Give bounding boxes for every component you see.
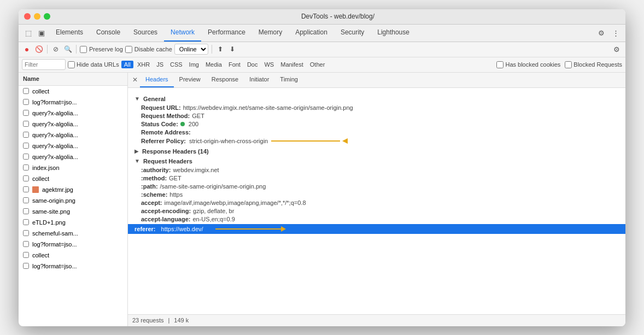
- close-detail-button[interactable]: ✕: [130, 75, 140, 85]
- clear-button[interactable]: 🚫: [34, 44, 44, 54]
- filter-type-manifest[interactable]: Manifest: [278, 61, 306, 68]
- tab-lighthouse[interactable]: Lighthouse: [371, 24, 416, 42]
- list-item[interactable]: agektmr.jpg: [19, 184, 127, 195]
- tab-sources[interactable]: Sources: [127, 24, 164, 42]
- accept-key: accept:: [141, 199, 162, 206]
- tab-timing[interactable]: Timing: [274, 73, 303, 88]
- filter-input[interactable]: [25, 61, 57, 68]
- list-item[interactable]: eTLD+1.png: [19, 217, 127, 228]
- item-checkbox[interactable]: [23, 208, 29, 214]
- item-checkbox[interactable]: [23, 230, 29, 236]
- tab-application[interactable]: Application: [289, 24, 334, 42]
- list-item[interactable]: query?x-algolia...: [19, 130, 127, 140]
- settings-icon[interactable]: ⚙: [596, 27, 607, 38]
- tab-performance[interactable]: Performance: [201, 24, 252, 42]
- item-checkbox[interactable]: [23, 263, 29, 269]
- has-blocked-cookies-input[interactable]: [496, 61, 504, 68]
- export-icon[interactable]: ⬇: [227, 44, 237, 54]
- referrer-policy-row: Referrer Policy: strict-origin-when-cros…: [141, 137, 619, 145]
- item-checkbox[interactable]: [23, 186, 29, 192]
- network-settings-icon[interactable]: ⚙: [611, 44, 622, 55]
- blocked-requests-input[interactable]: [565, 61, 572, 68]
- response-headers-section-header[interactable]: ▶ Response Headers (14): [134, 148, 619, 155]
- more-icon[interactable]: ⋮: [610, 27, 621, 38]
- item-checkbox[interactable]: [23, 99, 29, 105]
- scheme-row: :scheme: https: [141, 191, 619, 198]
- item-checkbox[interactable]: [23, 197, 29, 203]
- accept-val: image/avif,image/webp,image/apng,image/*…: [165, 199, 306, 206]
- tab-preview[interactable]: Preview: [174, 73, 206, 88]
- list-item[interactable]: schemeful-sam...: [19, 228, 127, 239]
- disable-cache-checkbox[interactable]: Disable cache: [125, 46, 172, 53]
- list-item[interactable]: query?x-algolia...: [19, 151, 127, 162]
- filter-type-xhr[interactable]: XHR: [134, 61, 153, 68]
- filter-type-css[interactable]: CSS: [167, 61, 185, 68]
- item-checkbox[interactable]: [23, 219, 29, 225]
- item-label: same-origin.png: [32, 197, 75, 204]
- list-item[interactable]: collect: [19, 86, 127, 97]
- list-item[interactable]: log?format=jso...: [19, 239, 127, 250]
- hide-data-urls-checkbox[interactable]: Hide data URLs: [68, 61, 119, 68]
- item-checkbox[interactable]: [23, 110, 29, 116]
- hide-data-urls-input[interactable]: [68, 61, 75, 68]
- tab-security[interactable]: Security: [334, 24, 371, 42]
- filter-type-media[interactable]: Media: [203, 61, 225, 68]
- throttle-select[interactable]: Online: [174, 44, 208, 55]
- item-checkbox[interactable]: [23, 175, 29, 181]
- list-item[interactable]: log?format=jso...: [19, 97, 127, 108]
- tab-initiator[interactable]: Initiator: [244, 73, 274, 88]
- record-button[interactable]: ●: [22, 44, 32, 54]
- filter-type-doc[interactable]: Doc: [244, 61, 261, 68]
- disable-cache-input[interactable]: [125, 46, 132, 53]
- search-icon[interactable]: 🔍: [63, 44, 73, 54]
- list-item[interactable]: same-origin.png: [19, 195, 127, 206]
- remote-address-key: Remote Address:: [141, 129, 191, 136]
- list-item[interactable]: log?format=jso...: [19, 261, 127, 272]
- close-button[interactable]: [24, 13, 31, 20]
- item-checkbox[interactable]: [23, 154, 29, 160]
- list-item[interactable]: query?x-algolia...: [19, 108, 127, 119]
- filter-type-img[interactable]: Img: [186, 61, 202, 68]
- item-checkbox[interactable]: [23, 241, 29, 247]
- main-content: Name collect log?format=jso... query?x-a…: [19, 73, 625, 326]
- preserve-log-checkbox[interactable]: Preserve log: [80, 46, 123, 53]
- tab-headers[interactable]: Headers: [140, 73, 174, 88]
- device-icon[interactable]: ▣: [36, 27, 47, 38]
- filter-icon[interactable]: ⊘: [51, 44, 61, 54]
- requests-count: 23 requests: [132, 317, 163, 324]
- filter-type-js[interactable]: JS: [154, 61, 166, 68]
- list-item[interactable]: collect: [19, 250, 127, 261]
- filter-type-all[interactable]: All: [121, 61, 133, 68]
- blocked-requests-checkbox[interactable]: Blocked Requests: [565, 61, 622, 68]
- tab-response[interactable]: Response: [206, 73, 244, 88]
- item-checkbox[interactable]: [23, 121, 29, 127]
- tab-memory[interactable]: Memory: [252, 24, 289, 42]
- list-item[interactable]: query?x-algolia...: [19, 119, 127, 130]
- minimize-button[interactable]: [34, 13, 40, 20]
- tab-elements[interactable]: Elements: [49, 24, 90, 42]
- cursor-icon[interactable]: ⬚: [23, 27, 34, 38]
- import-icon[interactable]: ⬆: [215, 44, 225, 54]
- item-checkbox[interactable]: [23, 252, 29, 258]
- accept-encoding-row: accept-encoding: gzip, deflate, br: [141, 208, 619, 214]
- filter-type-font[interactable]: Font: [226, 61, 243, 68]
- list-item[interactable]: same-site.png: [19, 206, 127, 217]
- tab-network[interactable]: Network: [164, 24, 201, 42]
- filter-type-other[interactable]: Other: [307, 61, 328, 68]
- item-checkbox[interactable]: [23, 164, 29, 171]
- list-item[interactable]: index.json: [19, 162, 127, 173]
- preserve-log-input[interactable]: [80, 46, 87, 53]
- tab-console[interactable]: Console: [90, 24, 127, 42]
- general-section-header[interactable]: ▼ General: [134, 96, 619, 102]
- item-checkbox[interactable]: [23, 143, 29, 149]
- filter-type-ws[interactable]: WS: [261, 61, 277, 68]
- general-section-title: General: [143, 96, 166, 102]
- item-checkbox[interactable]: [23, 132, 29, 138]
- has-blocked-cookies-checkbox[interactable]: Has blocked cookies: [496, 61, 560, 68]
- request-headers-section-header[interactable]: ▼ Request Headers: [134, 158, 619, 164]
- item-checkbox[interactable]: [23, 88, 29, 94]
- list-item[interactable]: query?x-algolia...: [19, 140, 127, 151]
- maximize-button[interactable]: [44, 13, 50, 20]
- disable-cache-label: Disable cache: [134, 46, 172, 52]
- list-item[interactable]: collect: [19, 173, 127, 184]
